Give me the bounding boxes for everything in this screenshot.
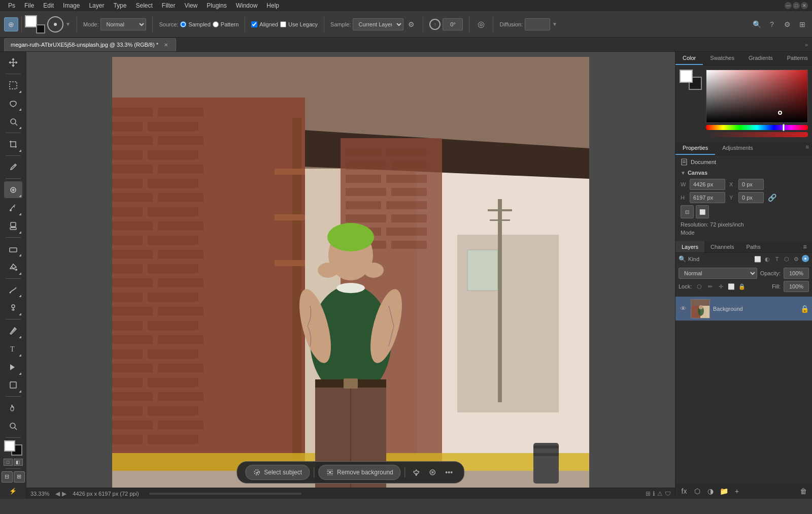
tool-move[interactable]: [4, 54, 22, 71]
tool-path-select[interactable]: [4, 359, 22, 376]
menu-ps[interactable]: Ps: [4, 1, 19, 10]
sample-dropdown[interactable]: Current Layer: [353, 18, 403, 30]
angle-dial[interactable]: ↑: [429, 19, 441, 30]
lock-all-icon[interactable]: 🔒: [737, 282, 747, 291]
tab-channels[interactable]: Channels: [704, 241, 740, 252]
background-color[interactable]: [36, 24, 45, 34]
standard-mode-button[interactable]: □: [4, 459, 13, 466]
add-layer-button[interactable]: +: [731, 486, 742, 497]
bottom-color-swatches[interactable]: [4, 440, 22, 456]
layer-visibility-toggle[interactable]: 👁: [679, 304, 688, 313]
blend-mode-select[interactable]: Normal: [679, 268, 757, 279]
tool-paint-bucket[interactable]: [4, 259, 22, 276]
tool-crop[interactable]: [4, 136, 22, 153]
search-icon[interactable]: 🔍: [751, 19, 762, 30]
brush-options-arrow[interactable]: ▼: [65, 21, 71, 27]
settings-icon[interactable]: ⚙: [782, 19, 793, 30]
canvas-area[interactable]: Select subject Remove background ••• 33.…: [26, 52, 675, 499]
tab-patterns[interactable]: Patterns: [780, 52, 812, 65]
tab-close-button[interactable]: ✕: [162, 41, 170, 48]
minimize-button[interactable]: —: [785, 2, 792, 9]
select-subject-button[interactable]: Select subject: [245, 465, 310, 480]
tool-hand[interactable]: [4, 399, 22, 416]
alpha-slider[interactable]: [706, 132, 808, 137]
pattern-radio[interactable]: Pattern: [213, 21, 239, 27]
screen-mode-button[interactable]: ⊟: [2, 471, 13, 483]
workspace-icon[interactable]: ⊞: [797, 19, 808, 30]
tool-blur[interactable]: [4, 281, 22, 299]
tab-layers[interactable]: Layers: [675, 241, 704, 252]
menu-view[interactable]: View: [180, 1, 201, 10]
tab-gradients[interactable]: Gradients: [741, 52, 780, 65]
tool-selection-rect[interactable]: [4, 77, 22, 94]
tool-pen[interactable]: [4, 322, 22, 339]
tool-eyedropper[interactable]: [4, 158, 22, 176]
tool-text[interactable]: T: [4, 340, 22, 358]
properties-panel-menu[interactable]: ≡: [803, 142, 812, 155]
fg-bg-swatches[interactable]: [680, 70, 702, 90]
tool-zoom[interactable]: [4, 417, 22, 435]
aligned-checkbox[interactable]: Aligned: [251, 21, 278, 27]
lock-position-icon[interactable]: ✛: [716, 282, 725, 291]
tab-paths[interactable]: Paths: [740, 241, 767, 252]
foreground-swatch[interactable]: [680, 70, 693, 83]
use-legacy-checkbox[interactable]: Use Legacy: [280, 21, 318, 27]
collapse-panels-button[interactable]: »: [805, 42, 808, 48]
lock-proportions-icon[interactable]: 🔗: [768, 194, 776, 202]
menu-file[interactable]: File: [20, 1, 38, 10]
diffusion-input[interactable]: 5: [525, 18, 550, 30]
opacity-input[interactable]: [784, 268, 809, 279]
menu-layer[interactable]: Layer: [85, 1, 108, 10]
layer-fx-button[interactable]: fx: [679, 486, 690, 497]
filter-shape-icon[interactable]: ⬡: [783, 255, 791, 263]
tab-adjustments[interactable]: Adjustments: [715, 142, 760, 155]
diffusion-arrow[interactable]: ▼: [552, 21, 557, 27]
add-group-button[interactable]: 📁: [718, 486, 729, 497]
menu-type[interactable]: Type: [109, 1, 130, 10]
lock-transparent-icon[interactable]: ⬡: [695, 282, 704, 291]
more-tools-icon[interactable]: ⚡: [8, 486, 19, 497]
canvas-x-input[interactable]: [738, 179, 764, 190]
menu-filter[interactable]: Filter: [158, 1, 180, 10]
foreground-color[interactable]: [25, 15, 37, 27]
tab-swatches[interactable]: Swatches: [703, 52, 741, 65]
shield-icon[interactable]: 🛡: [665, 490, 671, 497]
tool-brush[interactable]: [4, 199, 22, 216]
angle-input[interactable]: [443, 18, 463, 30]
canvas-w-input[interactable]: [690, 179, 725, 190]
more-options-button[interactable]: •••: [442, 465, 456, 479]
tool-dodge[interactable]: [4, 299, 22, 316]
pin-button[interactable]: [410, 465, 424, 479]
circle-x-button[interactable]: [426, 465, 440, 479]
maximize-button[interactable]: □: [793, 2, 800, 9]
color-picker[interactable]: [25, 15, 45, 34]
lock-pixels-icon[interactable]: ✏: [705, 282, 715, 291]
add-mask-button[interactable]: ⬡: [692, 486, 703, 497]
color-gradient-picker[interactable]: [706, 70, 808, 123]
layer-item-background[interactable]: 👁 Background 🔒: [675, 297, 812, 321]
tab-properties[interactable]: Properties: [675, 142, 715, 155]
warning-icon[interactable]: ⚠: [657, 490, 663, 497]
tool-lasso[interactable]: [4, 95, 22, 112]
menu-help[interactable]: Help: [262, 1, 283, 10]
nav-prev-button[interactable]: ◀: [55, 490, 60, 497]
arrange-icon[interactable]: ⊞: [646, 490, 651, 497]
filter-active-indicator[interactable]: ●: [802, 255, 809, 262]
actual-size-button[interactable]: ⬜: [696, 205, 709, 218]
filter-text-icon[interactable]: T: [773, 255, 781, 263]
screen-mode-2-button[interactable]: ⊞: [14, 471, 25, 483]
sample-options-icon[interactable]: ⚙: [405, 19, 417, 30]
heal-brush-icon[interactable]: ⊕: [4, 17, 18, 31]
close-button[interactable]: ✕: [801, 2, 808, 9]
lock-artboard-icon[interactable]: ⬜: [727, 282, 736, 291]
brush-size-indicator[interactable]: [47, 16, 63, 33]
menu-select[interactable]: Select: [131, 1, 156, 10]
hue-slider[interactable]: [706, 125, 808, 130]
canvas-h-input[interactable]: [690, 192, 725, 203]
add-adjustment-button[interactable]: ◑: [705, 486, 716, 497]
help-icon[interactable]: ?: [766, 19, 777, 30]
menu-image[interactable]: Image: [59, 1, 84, 10]
filter-smart-icon[interactable]: ⚙: [792, 255, 800, 263]
info-icon[interactable]: ℹ: [653, 490, 655, 497]
tool-stamp[interactable]: [4, 217, 22, 235]
